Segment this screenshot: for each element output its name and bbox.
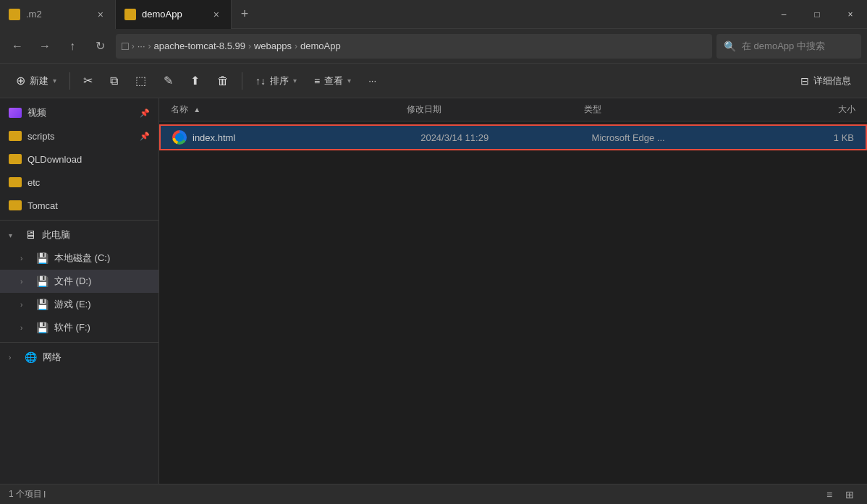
sidebar-item-this-pc[interactable]: ▾ 🖥 此电脑	[0, 223, 158, 247]
sidebar-item-videos[interactable]: 视频 📌	[0, 101, 158, 124]
chevron-network: ›	[9, 354, 19, 362]
network-icon: 🌐	[25, 351, 37, 363]
file-name-cell: index.html	[193, 132, 420, 143]
share-icon: ⬆	[190, 74, 200, 87]
tab-demoapp-icon	[124, 9, 136, 20]
breadcrumb-sep2: ›	[148, 41, 151, 51]
breadcrumb-sep4: ›	[295, 41, 297, 51]
up-button[interactable]: ↑	[61, 35, 84, 58]
file-header: 名称 ▲ 修改日期 类型 大小	[159, 98, 867, 121]
grid-view-button[interactable]: ⊞	[841, 487, 858, 503]
rename-button[interactable]: ✎	[156, 69, 180, 92]
new-button[interactable]: ⊕ 新建 ▾	[9, 69, 64, 92]
sidebar-item-network[interactable]: › 🌐 网络	[0, 346, 158, 369]
tab-m2[interactable]: .m2 ×	[0, 0, 116, 29]
toolbar: ⊕ 新建 ▾ ✂ ⧉ ⬚ ✎ ⬆ 🗑 ↑↓ 排序 ▾ ≡ 查看 ▾ ··· ⊟ …	[0, 64, 867, 98]
new-dropdown-icon: ▾	[53, 77, 56, 85]
col-date-header[interactable]: 修改日期	[407, 103, 584, 116]
sidebar-item-tomcat[interactable]: Tomcat	[0, 194, 158, 217]
close-button[interactable]: ×	[834, 0, 867, 29]
details-button[interactable]: ⊟ 详细信息	[793, 70, 858, 92]
file-date-cell: 2024/3/14 11:29	[420, 132, 591, 143]
tab-m2-icon	[9, 9, 20, 20]
svg-rect-0	[10, 10, 19, 19]
sidebar-label-local-c: 本地磁盘 (C:)	[54, 252, 110, 265]
cut-button[interactable]: ✂	[76, 69, 100, 92]
videos-icon	[9, 108, 22, 118]
sidebar-label-this-pc: 此电脑	[42, 228, 70, 242]
sidebar-label-network: 网络	[43, 351, 62, 364]
sidebar-label-software-f: 软件 (F:)	[54, 321, 90, 334]
rename-icon: ✎	[164, 74, 173, 87]
list-view-button[interactable]: ≡	[821, 487, 838, 503]
sidebar-label-tomcat: Tomcat	[28, 200, 58, 211]
tab-demoapp[interactable]: demoApp ×	[116, 0, 232, 29]
col-name-header[interactable]: 名称 ▲	[171, 103, 407, 116]
pin-icon-videos: 📌	[140, 108, 150, 118]
chevron-e: ›	[20, 301, 30, 309]
breadcrumb-demoapp[interactable]: demoApp	[300, 40, 341, 51]
share-button[interactable]: ⬆	[183, 69, 207, 92]
sidebar-item-scripts[interactable]: scripts 📌	[0, 124, 158, 148]
status-view-controls: ≡ ⊞	[821, 487, 858, 503]
tomcat-icon	[9, 200, 22, 210]
forward-button[interactable]: →	[33, 35, 56, 58]
delete-button[interactable]: 🗑	[210, 70, 236, 92]
col-size-label: 大小	[838, 104, 855, 114]
tab-add-button[interactable]: +	[232, 0, 258, 29]
tab-demoapp-close[interactable]: ×	[211, 7, 222, 22]
status-bar: 1 个项目 I ≡ ⊞	[0, 484, 867, 504]
cut-icon: ✂	[83, 74, 93, 87]
maximize-button[interactable]: □	[800, 0, 834, 29]
copy-button[interactable]: ⧉	[103, 70, 125, 92]
sidebar-item-software-f[interactable]: › 💾 软件 (F:)	[0, 316, 158, 339]
file-area: 名称 ▲ 修改日期 类型 大小 index.html 2024/3/14 11:…	[159, 98, 867, 484]
sidebar-item-games-e[interactable]: › 💾 游戏 (E:)	[0, 293, 158, 316]
sidebar-item-qldownload[interactable]: QLDownload	[0, 148, 158, 171]
minimize-button[interactable]: –	[767, 0, 800, 29]
search-box[interactable]: 🔍 在 demoApp 中搜索	[716, 34, 861, 59]
paste-button[interactable]: ⬚	[128, 69, 153, 92]
title-bar: .m2 × demoApp × + – □ ×	[0, 0, 867, 29]
col-type-header[interactable]: 类型	[584, 103, 761, 116]
file-size-cell: 1 KB	[763, 132, 854, 143]
search-icon: 🔍	[724, 40, 736, 52]
search-placeholder: 在 demoApp 中搜索	[742, 40, 825, 53]
toolbar-sep2	[242, 72, 242, 90]
tab-demoapp-label: demoApp	[142, 9, 182, 20]
col-size-header[interactable]: 大小	[761, 103, 855, 116]
sidebar-label-games-e: 游戏 (E:)	[54, 298, 91, 311]
chevron-c: ›	[20, 255, 30, 262]
breadcrumb[interactable]: □ › ··· › apache-tomcat-8.5.99 › webapps…	[116, 34, 712, 59]
view-button[interactable]: ≡ 查看 ▾	[307, 70, 358, 92]
chevron-d: ›	[20, 278, 30, 286]
new-icon: ⊕	[16, 74, 25, 87]
refresh-button[interactable]: ↻	[88, 35, 111, 58]
file-type-cell: Microsoft Edge ...	[592, 132, 763, 143]
chevron-f: ›	[20, 324, 30, 332]
more-button[interactable]: ···	[361, 71, 384, 90]
breadcrumb-tomcat[interactable]: apache-tomcat-8.5.99	[154, 40, 245, 51]
sidebar-item-files-d[interactable]: › 💾 文件 (D:)	[0, 270, 158, 293]
sort-button[interactable]: ↑↓ 排序 ▾	[248, 70, 304, 92]
file-name-text: index.html	[193, 132, 235, 143]
copy-icon: ⧉	[110, 74, 118, 87]
pc-icon: 🖥	[25, 228, 36, 242]
sort-label: 排序	[270, 74, 289, 87]
tab-m2-close[interactable]: ×	[95, 7, 106, 22]
sidebar-item-etc[interactable]: etc	[0, 171, 158, 194]
back-button[interactable]: ←	[6, 35, 29, 58]
breadcrumb-sep3: ›	[248, 41, 251, 51]
breadcrumb-webapps[interactable]: webapps	[254, 40, 292, 51]
sidebar-item-local-c[interactable]: › 💾 本地磁盘 (C:)	[0, 247, 158, 270]
breadcrumb-sep1: ›	[132, 41, 135, 51]
delete-icon: 🗑	[217, 74, 229, 87]
table-row[interactable]: index.html 2024/3/14 11:29 Microsoft Edg…	[159, 124, 867, 150]
drive-f-icon: 💾	[36, 322, 48, 333]
col-date-label: 修改日期	[407, 104, 441, 114]
details-label: 详细信息	[813, 74, 851, 87]
view-icon: ≡	[314, 75, 320, 87]
chevron-pc: ▾	[9, 231, 19, 239]
toolbar-sep1	[69, 72, 70, 90]
sort-dropdown-icon: ▾	[293, 77, 297, 85]
